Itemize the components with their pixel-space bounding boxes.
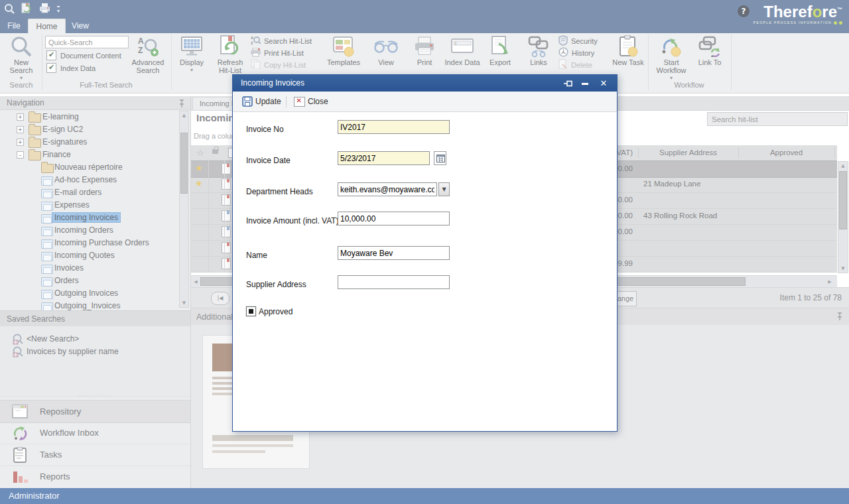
view-button[interactable]: View xyxy=(369,34,403,66)
print-icon[interactable] xyxy=(39,3,50,16)
rail-item-reports[interactable]: Reports xyxy=(0,466,190,487)
security-button[interactable]: Security xyxy=(558,35,598,46)
tree-item[interactable]: Invoices xyxy=(0,262,190,275)
advanced-search-icon: AZ xyxy=(129,34,167,58)
invoice-amount-field[interactable] xyxy=(338,212,450,225)
first-page-button[interactable]: |◀ xyxy=(211,292,229,305)
range-button[interactable]: ange xyxy=(614,291,637,306)
scrollbar-thumb[interactable] xyxy=(839,171,847,229)
collapse-icon[interactable]: - xyxy=(17,151,24,158)
tree-item-selected[interactable]: Incoming Invoices xyxy=(0,212,190,224)
advanced-search-button[interactable]: AZ Advanced Search xyxy=(129,34,167,74)
delete-icon xyxy=(558,59,568,70)
rail-item-repository[interactable]: Repository xyxy=(0,400,190,423)
index-data-checkbox[interactable]: ✔Index Data xyxy=(46,63,96,73)
combo-dropdown-button[interactable]: ▼ xyxy=(438,182,450,196)
qat-more-icon[interactable]: ▾ xyxy=(57,6,60,14)
refresh-hitlist-button[interactable]: Refresh Hit-List xyxy=(211,34,249,74)
links-button[interactable]: Links xyxy=(521,34,556,66)
tree-item[interactable]: Orders xyxy=(0,275,190,287)
pin-icon[interactable] xyxy=(178,99,186,108)
column-header-supplier-address[interactable]: Supplier Address xyxy=(638,149,738,157)
star-icon[interactable]: ★ xyxy=(195,163,203,173)
name-field[interactable] xyxy=(338,246,450,260)
close-button[interactable]: ✕ Close xyxy=(291,94,331,109)
history-button[interactable]: History xyxy=(558,47,594,58)
expand-icon[interactable]: + xyxy=(17,113,24,121)
expand-icon[interactable]: + xyxy=(17,126,24,133)
calendar-button[interactable] xyxy=(434,151,446,165)
navigation-scrollbar[interactable]: ▲ ▼ xyxy=(179,111,189,308)
saved-search-item[interactable]: Invoices by supplier name xyxy=(0,346,190,358)
search-icon[interactable] xyxy=(4,3,15,17)
star-icon[interactable]: ★ xyxy=(195,178,203,188)
supplier-address-field[interactable] xyxy=(338,275,450,289)
tree-item[interactable]: Expenses xyxy=(0,199,190,212)
quick-search-input[interactable] xyxy=(45,36,129,48)
rail-item-tasks[interactable]: Tasks xyxy=(0,444,190,466)
document-icon xyxy=(222,258,231,269)
export-button[interactable]: Export xyxy=(482,34,519,66)
link-to-button[interactable]: Link To xyxy=(692,34,727,66)
index-data-button[interactable]: I Index Data xyxy=(444,34,480,66)
scroll-right-icon[interactable]: ▶ xyxy=(826,279,833,284)
tree-item[interactable]: E-mail orders xyxy=(0,186,190,199)
tree-item[interactable]: Incoming Quotes xyxy=(0,249,190,262)
pin-icon[interactable] xyxy=(836,312,844,321)
folder-icon xyxy=(29,126,41,135)
tree-item[interactable]: Incoming Orders xyxy=(0,224,190,237)
approved-checkbox[interactable] xyxy=(246,306,256,316)
hitlist-vertical-scrollbar[interactable]: ▲ ▼ xyxy=(838,161,848,273)
refresh-document-icon[interactable] xyxy=(21,3,33,17)
new-search-button[interactable]: New Search▾ xyxy=(4,34,38,82)
scrollbar-thumb[interactable] xyxy=(180,133,188,194)
tree-item[interactable]: Nouveau répertoire xyxy=(0,161,190,174)
hitlist-search-input[interactable] xyxy=(707,112,848,126)
tab-file[interactable]: File xyxy=(0,19,28,33)
start-workflow-button[interactable]: Start Workflow▾ xyxy=(651,34,691,82)
category-icon xyxy=(41,252,53,261)
star-column-icon[interactable]: ☆ xyxy=(196,148,204,158)
invoice-no-label: Invoice No xyxy=(246,125,284,134)
saved-search-item[interactable]: <New Search> xyxy=(0,333,190,346)
invoice-date-field[interactable] xyxy=(338,151,430,165)
tree-item[interactable]: +E-signatures xyxy=(0,136,190,149)
copy-hitlist-icon xyxy=(251,59,261,70)
scroll-up-icon[interactable]: ▲ xyxy=(838,163,848,168)
dialog-close-button[interactable]: ✕ xyxy=(596,75,612,92)
rail-item-workflow-inbox[interactable]: Workflow Inbox xyxy=(0,422,190,444)
export-icon xyxy=(482,34,519,58)
print-hitlist-button[interactable]: Print Hit-List xyxy=(251,47,304,58)
invoice-no-field[interactable] xyxy=(338,120,450,134)
help-icon[interactable]: ? xyxy=(738,5,750,17)
templates-button[interactable]: Templates xyxy=(324,34,363,66)
department-heads-combo[interactable] xyxy=(338,182,437,196)
update-button[interactable]: Update xyxy=(239,94,284,109)
column-header-approved[interactable]: Approved xyxy=(738,149,834,157)
tree-item[interactable]: Ad-hoc Expenses xyxy=(0,174,190,186)
tab-view[interactable]: View xyxy=(64,19,96,33)
dialog-pin-button[interactable] xyxy=(560,75,576,92)
scroll-up-icon[interactable]: ▲ xyxy=(180,113,188,118)
tree-item[interactable]: +E-sign UC2 xyxy=(0,123,190,136)
folder-icon xyxy=(29,113,41,123)
document-content-checkbox[interactable]: ✔Document Content xyxy=(46,50,121,60)
display-button[interactable]: Display▾ xyxy=(175,34,208,74)
tree-item[interactable]: -Finance xyxy=(0,149,190,161)
scroll-left-icon[interactable]: ◀ xyxy=(192,279,199,284)
folder-icon xyxy=(29,151,41,160)
print-button[interactable]: Print xyxy=(409,34,440,66)
tree-item[interactable]: Outgoing Invoices xyxy=(0,287,190,300)
expand-icon[interactable]: + xyxy=(17,139,24,146)
tree-item[interactable]: +E-learning xyxy=(0,111,190,123)
scroll-down-icon[interactable]: ▼ xyxy=(838,266,848,271)
scroll-down-icon[interactable]: ▼ xyxy=(180,300,188,306)
copy-hitlist-button: Copy Hit-List xyxy=(251,59,306,70)
invoice-date-label: Invoice Date xyxy=(246,156,291,165)
saved-searches-header[interactable]: Saved Searches xyxy=(0,310,190,326)
tree-item[interactable]: Incoming Purchase Orders xyxy=(0,237,190,249)
tab-home[interactable]: Home xyxy=(28,19,66,34)
dialog-minimize-button[interactable] xyxy=(577,75,593,92)
new-task-button[interactable]: New Task xyxy=(609,34,647,66)
search-hitlist-button[interactable]: AZ Search Hit-List xyxy=(251,35,312,46)
